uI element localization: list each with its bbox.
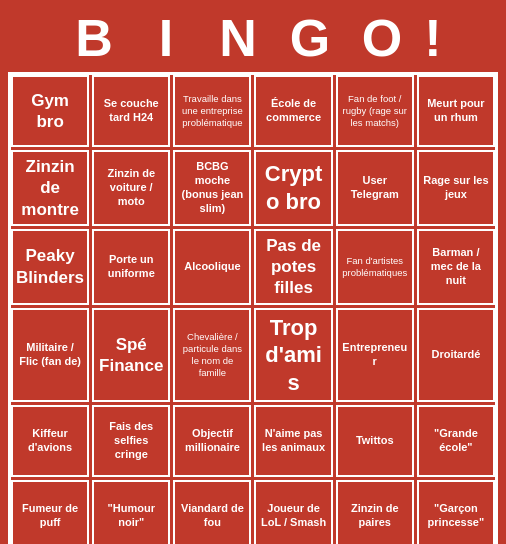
bingo-cell-30: Fumeur de puff (11, 480, 89, 544)
bingo-cell-34: Zinzin de paires (336, 480, 414, 544)
bingo-cell-1: Se couche tard H24 (92, 75, 170, 147)
exclaim: ! (418, 8, 448, 68)
bingo-cell-24: Kiffeur d'avions (11, 405, 89, 477)
letter-i: I (130, 8, 202, 68)
bingo-cell-15: Pas de potes filles (254, 229, 332, 305)
letter-g: G (274, 8, 346, 68)
bingo-cell-32: Viandard de fou (173, 480, 251, 544)
bingo-cell-29: "Grande école" (417, 405, 495, 477)
bingo-cell-13: Porte un uniforme (92, 229, 170, 305)
bingo-cell-35: "Garçon princesse" (417, 480, 495, 544)
bingo-cell-6: Zinzin de montre (11, 150, 89, 226)
letter-b: B (58, 8, 130, 68)
bingo-cell-26: Objectif millionaire (173, 405, 251, 477)
bingo-cell-21: Trop d'amis (254, 308, 332, 403)
bingo-cell-3: École de commerce (254, 75, 332, 147)
bingo-cell-22: Entrepreneur (336, 308, 414, 403)
bingo-cell-12: Peaky Blinders (11, 229, 89, 305)
bingo-cell-25: Fais des selfies cringe (92, 405, 170, 477)
bingo-cell-31: "Humour noir" (92, 480, 170, 544)
bingo-cell-28: Twittos (336, 405, 414, 477)
bingo-cell-20: Chevalière / particule dans le nom de fa… (173, 308, 251, 403)
bingo-card: B I N G O ! Gym broSe couche tard H24Tra… (0, 0, 506, 544)
bingo-cell-18: Militaire / Flic (fan de) (11, 308, 89, 403)
bingo-cell-23: Droitardé (417, 308, 495, 403)
letter-o: O (346, 8, 418, 68)
bingo-cell-0: Gym bro (11, 75, 89, 147)
bingo-cell-10: User Telegram (336, 150, 414, 226)
bingo-cell-11: Rage sur les jeux (417, 150, 495, 226)
bingo-cell-7: Zinzin de voiture / moto (92, 150, 170, 226)
letter-n: N (202, 8, 274, 68)
bingo-cell-9: Crypto bro (254, 150, 332, 226)
bingo-cell-14: Alcoolique (173, 229, 251, 305)
bingo-cell-27: N'aime pas les animaux (254, 405, 332, 477)
bingo-cell-19: Spé Finance (92, 308, 170, 403)
bingo-cell-2: Travaille dans une entreprise problémati… (173, 75, 251, 147)
bingo-grid: Gym broSe couche tard H24Travaille dans … (8, 72, 498, 544)
bingo-cell-4: Fan de foot / rugby (rage sur les matchs… (336, 75, 414, 147)
bingo-header: B I N G O ! (8, 8, 498, 68)
bingo-cell-16: Fan d'artistes problématiques (336, 229, 414, 305)
bingo-cell-17: Barman / mec de la nuit (417, 229, 495, 305)
bingo-cell-33: Joueur de LoL / Smash (254, 480, 332, 544)
bingo-cell-8: BCBG moche (bonus jean slim) (173, 150, 251, 226)
bingo-cell-5: Meurt pour un rhum (417, 75, 495, 147)
